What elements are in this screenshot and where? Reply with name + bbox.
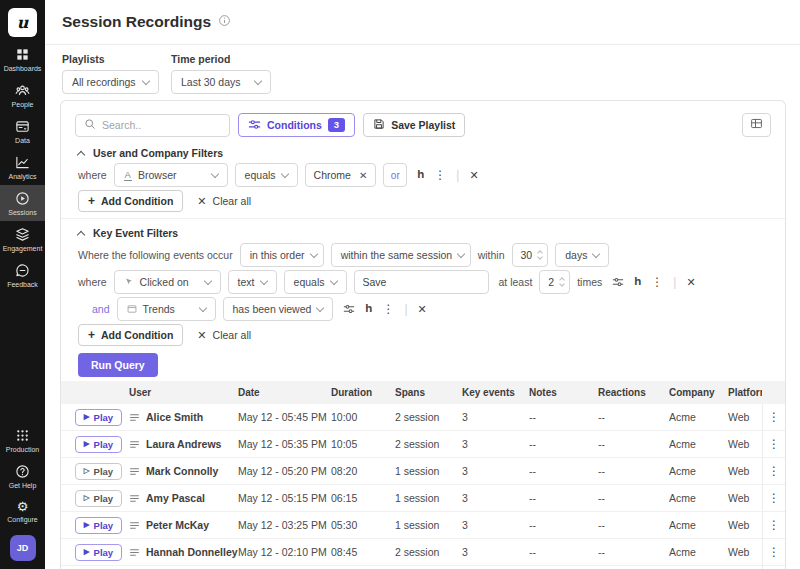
page-title: Session Recordings: [62, 13, 211, 31]
count-value: 2: [548, 276, 554, 288]
play-label: Play: [94, 520, 114, 531]
stepper-icons[interactable]: [538, 251, 542, 259]
play-button[interactable]: ▶Play: [75, 436, 122, 453]
sidebar-item-get-help[interactable]: Get Help: [0, 458, 45, 494]
operator-dropdown[interactable]: equals: [235, 163, 298, 187]
playlists-label: Playlists: [62, 53, 159, 65]
operator-dropdown[interactable]: has been viewed: [223, 297, 334, 321]
user-name: Mark Connolly: [146, 465, 218, 477]
remove-condition-icon[interactable]: ✕: [418, 304, 427, 315]
add-condition-button[interactable]: + Add Condition: [78, 190, 183, 212]
play-icon: ▶: [84, 521, 90, 529]
within-number-input[interactable]: 30: [512, 243, 549, 267]
operator-dropdown[interactable]: equals: [284, 270, 347, 294]
row-kebab-button[interactable]: ⋮: [762, 431, 785, 457]
nest-condition-icon[interactable]: h: [634, 276, 641, 288]
clear-all-button[interactable]: ✕ Clear all: [197, 329, 251, 341]
time-period-label: Time period: [171, 53, 271, 65]
user-company-filters-header[interactable]: User and Company Filters: [61, 143, 785, 163]
divider: |: [673, 275, 676, 289]
main-content: Session Recordings Playlists All recordi…: [45, 0, 800, 569]
sidebar-item-production[interactable]: Production: [0, 422, 45, 458]
remove-condition-icon[interactable]: ✕: [469, 170, 478, 181]
run-query-button[interactable]: Run Query: [78, 353, 158, 377]
order-dropdown[interactable]: in this order: [240, 243, 324, 267]
duration-cell: 08:20: [331, 465, 395, 477]
table-grid-icon: [750, 117, 763, 133]
table-row: ▷Play Mark Connolly May 12 - 05:20 PM 08…: [61, 458, 785, 485]
within-label: within: [478, 249, 505, 261]
chevron-down-icon: [309, 249, 317, 257]
people-icon: [15, 83, 30, 98]
sidebar-label: Engagement: [3, 245, 43, 252]
time-period-dropdown[interactable]: Last 30 days: [171, 70, 271, 94]
event-dropdown[interactable]: Clicked on: [114, 270, 221, 294]
play-button[interactable]: ▶Play: [75, 544, 122, 561]
date-cell: May 12 - 05:15 PM: [238, 492, 331, 504]
sidebar-item-people[interactable]: People: [0, 77, 45, 113]
play-label: Play: [94, 412, 114, 423]
field-dropdown[interactable]: A Browser: [114, 163, 228, 187]
remove-condition-icon[interactable]: ✕: [686, 277, 695, 288]
chevron-down-icon: [329, 276, 337, 284]
table-view-button[interactable]: [742, 113, 771, 137]
nest-condition-icon[interactable]: h: [417, 169, 424, 181]
stepper-icons[interactable]: [560, 278, 564, 286]
app-logo[interactable]: u: [8, 8, 37, 37]
add-condition-button[interactable]: + Add Condition: [78, 324, 183, 346]
conditions-button[interactable]: Conditions 3: [238, 113, 355, 137]
row-kebab-button[interactable]: ⋮: [762, 485, 785, 511]
sidebar-item-data[interactable]: Data: [0, 113, 45, 149]
sliders-icon: [248, 118, 261, 133]
order-value: in this order: [250, 249, 305, 261]
row-kebab-button[interactable]: ⋮: [762, 458, 785, 484]
adjust-filters-icon[interactable]: [343, 303, 355, 315]
scope-dropdown[interactable]: within the same session: [331, 243, 471, 267]
user-avatar[interactable]: JD: [10, 535, 36, 561]
key-event-filters-header[interactable]: Key Event Filters: [61, 223, 785, 243]
row-kebab-button[interactable]: ⋮: [762, 539, 785, 565]
info-icon[interactable]: [218, 13, 231, 31]
clear-all-button[interactable]: ✕ Clear all: [197, 195, 251, 207]
property-dropdown[interactable]: text: [228, 270, 277, 294]
adjust-filters-icon[interactable]: [612, 276, 624, 288]
company-cell: Acme: [669, 438, 728, 450]
event-dropdown[interactable]: Trends: [117, 297, 216, 321]
within-value: 30: [521, 249, 533, 261]
row-kebab-button[interactable]: ⋮: [762, 512, 785, 538]
sidebar-item-dashboards[interactable]: Dashboards: [0, 41, 45, 77]
unit-dropdown[interactable]: days: [555, 243, 609, 267]
session-list-icon: [129, 466, 140, 477]
count-number-input[interactable]: 2: [539, 270, 570, 294]
or-connector[interactable]: or: [383, 163, 407, 187]
save-playlist-button[interactable]: Save Playlist: [363, 113, 465, 137]
sidebar-item-configure[interactable]: ⚙ Configure: [0, 494, 45, 528]
sidebar-item-sessions[interactable]: Sessions: [0, 185, 45, 221]
kebab-icon: ⋮: [768, 545, 780, 559]
play-label: Play: [94, 439, 114, 450]
remove-tag-icon[interactable]: ✕: [359, 170, 367, 181]
sidebar-item-engagement[interactable]: Engagement: [0, 221, 45, 257]
event-value-input[interactable]: [354, 270, 489, 294]
nest-condition-icon[interactable]: h: [365, 303, 372, 315]
spans-cell: 1 session: [395, 465, 462, 477]
date-cell: May 12 - 02:10 PM: [238, 546, 331, 558]
row-kebab-button[interactable]: ⋮: [762, 404, 785, 430]
column-header-date: Date: [238, 387, 331, 398]
playlists-dropdown[interactable]: All recordings: [62, 70, 159, 94]
play-button[interactable]: ▶Play: [75, 517, 122, 534]
kebab-icon: ⋮: [768, 491, 780, 505]
play-button[interactable]: ▷Play: [75, 490, 122, 507]
kebab-icon[interactable]: ⋮: [651, 276, 663, 288]
play-button[interactable]: ▷Play: [75, 463, 122, 480]
sidebar-item-analytics[interactable]: Analytics: [0, 149, 45, 185]
kebab-icon[interactable]: ⋮: [382, 303, 394, 315]
company-cell: Acme: [669, 465, 728, 477]
kebab-icon: ⋮: [768, 437, 780, 451]
value-tag-box: Chrome ✕: [305, 163, 377, 187]
reactions-cell: --: [598, 492, 669, 504]
kebab-icon[interactable]: ⋮: [434, 169, 446, 181]
play-button[interactable]: ▶Play: [75, 409, 122, 426]
search-input[interactable]: [102, 119, 221, 131]
sidebar-item-feedback[interactable]: Feedback: [0, 257, 45, 293]
